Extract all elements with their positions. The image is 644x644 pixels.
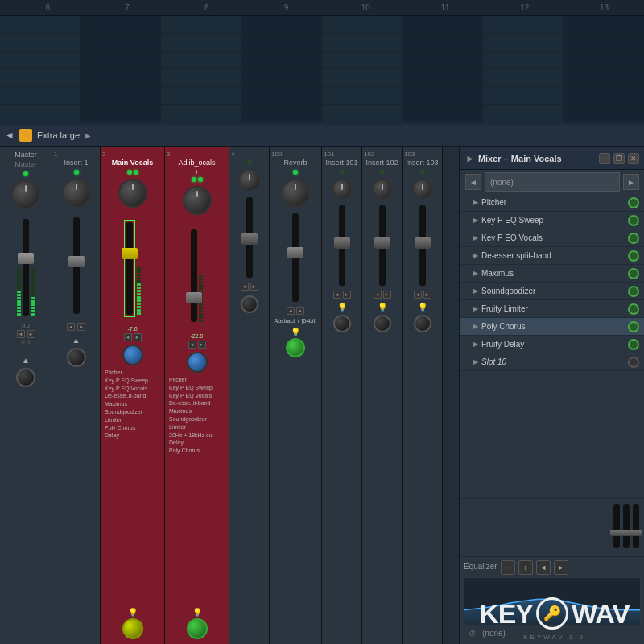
channel-103[interactable]: 103 Insert 103 ◄ ► 💡	[402, 147, 443, 644]
ch1-route-left[interactable]: ◄	[67, 323, 75, 331]
channel-master[interactable]: Master Master	[0, 147, 52, 644]
insert-none-field[interactable]: (none)	[485, 172, 620, 192]
ch102-pan-knob[interactable]	[372, 179, 393, 200]
ch100-bottom-knob[interactable]	[286, 338, 305, 357]
master-fader-handle[interactable]	[18, 253, 34, 264]
slot-enable[interactable]	[628, 339, 639, 350]
ch3-send-knob[interactable]	[187, 352, 208, 373]
ch101-pan-knob[interactable]	[332, 179, 353, 200]
master-pan-knob[interactable]	[11, 180, 40, 209]
ch4-pan-knob[interactable]	[238, 169, 261, 192]
insert-back-arrow[interactable]: ◄	[465, 174, 481, 190]
ch4-bottom-knob[interactable]	[241, 295, 258, 313]
eq-ctrl-btn-3[interactable]: ◄	[536, 560, 551, 575]
ch4-fader-handle[interactable]	[242, 233, 258, 245]
ch2-fader-handle[interactable]	[122, 248, 138, 259]
ch2-route-right[interactable]: ►	[134, 333, 142, 341]
panel-restore-btn[interactable]: ❐	[613, 153, 625, 164]
ch2-route-left[interactable]: ◄	[124, 333, 132, 341]
insert-slot-fruity-delay[interactable]: ▶ Fruity Delay	[460, 336, 644, 353]
channel-101[interactable]: 101 Insert 101 ◄ ► 💡	[322, 147, 362, 644]
ch2-bottom-knob[interactable]	[122, 618, 143, 639]
ch103-route-left[interactable]: ◄	[414, 291, 422, 299]
ch1-fader-handle[interactable]	[68, 256, 85, 267]
ch1-route-right[interactable]: ►	[77, 323, 85, 331]
ch101-route-left[interactable]: ◄	[333, 291, 341, 299]
ch100-route-right[interactable]: ►	[296, 307, 304, 315]
slot-enable[interactable]	[628, 215, 639, 226]
ch100-pan-knob[interactable]	[281, 179, 310, 208]
slot-enable[interactable]	[628, 286, 639, 297]
eq-ctrl-btn-2[interactable]: ↕	[518, 560, 533, 575]
ch103-pan-knob[interactable]	[412, 179, 433, 200]
ch2-send-knob[interactable]	[122, 345, 143, 365]
ch3-route-left[interactable]: ◄	[188, 341, 196, 349]
channel-insert1[interactable]: 1 Insert 1 ◄ ► ▲	[52, 147, 101, 644]
insert-slot-de-esser[interactable]: ▶ De-esser split-band	[460, 247, 644, 265]
toolbar-back-arrow[interactable]: ◄	[5, 130, 14, 141]
ch4-route-right[interactable]: ►	[250, 283, 258, 291]
channel-reverb[interactable]: 100 Reverb ◄ ► Abstract_r [64bit] 💡	[270, 147, 322, 644]
ch102-route-left[interactable]: ◄	[374, 291, 382, 299]
insert-slot-keyp-eq-vocals[interactable]: ▶ Key P EQ Vocals	[460, 229, 644, 247]
insert-slot-poly-chorus[interactable]: ▶ Poly Chorus	[460, 318, 644, 336]
ch102-route-right[interactable]: ►	[383, 291, 391, 299]
ch100-route-left[interactable]: ◄	[287, 307, 295, 315]
master-bottom-knob[interactable]	[16, 368, 35, 387]
master-arrow-up[interactable]: ▲	[22, 355, 30, 365]
master-route-left[interactable]: ◄	[17, 330, 25, 338]
master-name: Master	[2, 151, 50, 159]
ch101-fader-track	[339, 205, 345, 286]
insert-slot-keyp-eq-sweep[interactable]: ▶ Key P EQ Sweep	[460, 212, 644, 229]
mixer-panel: ► Mixer – Main Vocals − ❐ ✕ ◄ (none) ► ▶…	[459, 147, 644, 644]
toolbar-forward-arrow[interactable]: ▶	[85, 131, 91, 140]
insert-slot-pitcher[interactable]: ▶ Pitcher	[460, 194, 644, 212]
watermark-wav: WAV	[572, 598, 630, 630]
eq-ctrl-btn-1[interactable]: ↔	[501, 560, 515, 575]
ch4-route-left[interactable]: ◄	[241, 283, 249, 291]
master-route-right[interactable]: ►	[27, 330, 35, 338]
ch103-bottom-knob[interactable]	[414, 315, 431, 332]
ch2-pan-knob[interactable]	[118, 179, 147, 208]
led-green	[23, 171, 28, 176]
ch1-arrow-up[interactable]: ▲	[72, 335, 80, 345]
slot-enable[interactable]	[628, 268, 639, 279]
insert-fwd-arrow[interactable]: ►	[623, 174, 639, 190]
slot-name: Pitcher	[481, 198, 625, 207]
ch3-bottom-knob[interactable]	[187, 618, 208, 639]
ch1-bottom-knob[interactable]	[67, 348, 86, 367]
ch101-fader-handle[interactable]	[334, 237, 350, 249]
channel-main-vocals[interactable]: 2 Main Vocals	[101, 147, 165, 644]
ch3-route-right[interactable]: ►	[198, 341, 206, 349]
panel-close-btn[interactable]: ✕	[628, 153, 639, 164]
slot-enable[interactable]	[628, 233, 639, 244]
ch101-route-right[interactable]: ►	[343, 291, 351, 299]
slot-enable[interactable]	[628, 357, 639, 368]
eq-ctrl-btn-4[interactable]: ►	[554, 560, 568, 575]
slot-enable[interactable]	[628, 321, 639, 332]
ch103-fader-handle[interactable]	[415, 237, 431, 249]
slot-enable[interactable]	[628, 197, 639, 208]
led-off	[247, 160, 252, 165]
channel-102[interactable]: 102 Insert 102 ◄ ► 💡	[362, 147, 402, 644]
insert-slot-maximus[interactable]: ▶ Maximus	[460, 265, 644, 283]
ch3-pan-knob[interactable]	[183, 186, 212, 215]
ch3-fader-handle[interactable]	[186, 292, 202, 303]
channel-adlib-vocals[interactable]: 3 Adlib_ocals i	[165, 147, 229, 644]
channel-4[interactable]: 4 ◄ ►	[229, 147, 270, 644]
ch103-route-right[interactable]: ►	[423, 291, 431, 299]
ch102-fader-handle[interactable]	[374, 237, 390, 249]
ch101-leds	[340, 170, 345, 175]
slot-enable[interactable]	[628, 303, 639, 315]
ch101-bottom-knob[interactable]	[333, 315, 351, 332]
insert-slot-slot10[interactable]: ▶ Slot 10	[460, 353, 644, 371]
panel-minimize-btn[interactable]: −	[599, 153, 610, 164]
send-fader-handle-3[interactable]	[630, 530, 642, 536]
slot-enable[interactable]	[628, 250, 639, 262]
insert-slot-soundgoodizer[interactable]: ▶ Soundgoodizer	[460, 283, 644, 300]
ch4-route-btns: ◄ ►	[241, 283, 258, 291]
ch100-fader-handle[interactable]	[287, 247, 303, 258]
ch102-bottom-knob[interactable]	[374, 315, 391, 332]
insert-slot-fruity-limiter[interactable]: ▶ Fruity Limiter	[460, 300, 644, 318]
ch1-pan-knob[interactable]	[62, 179, 91, 208]
